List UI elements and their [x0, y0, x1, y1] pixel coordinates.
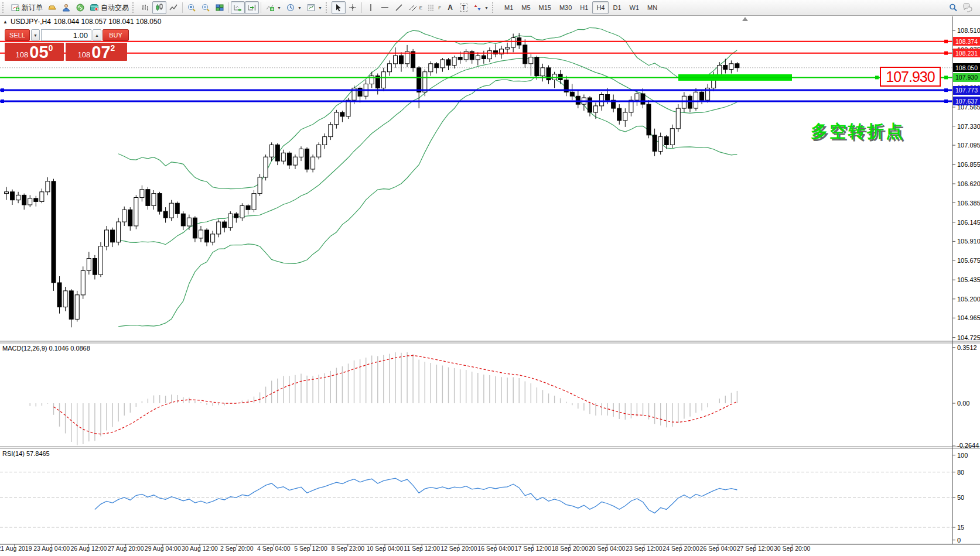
profile-button[interactable] — [59, 1, 73, 14]
gold-deposit-button[interactable] — [45, 1, 59, 14]
auto-scroll-icon — [233, 3, 243, 12]
timeframe-group: M1M5M15M30H1H4D1W1MN — [500, 1, 661, 14]
timeframe-m5[interactable]: M5 — [517, 1, 534, 14]
svg-text:15: 15 — [957, 524, 964, 531]
buy-price-pip: 2 — [111, 43, 115, 53]
buy-button[interactable]: BUY — [103, 29, 129, 41]
auto-scroll-button[interactable] — [231, 1, 245, 14]
svg-text:23 Aug 04:00: 23 Aug 04:00 — [33, 545, 70, 552]
macd-histogram — [30, 352, 737, 445]
sell-price-main: 05 — [29, 44, 48, 60]
periods-button[interactable]: ▼ — [284, 1, 304, 14]
svg-text:108.510: 108.510 — [957, 27, 980, 34]
trendline-button[interactable] — [392, 1, 406, 14]
svg-text:24 Sep 20:00: 24 Sep 20:00 — [663, 545, 699, 552]
new-order-icon — [11, 3, 20, 12]
channel-letter: E — [419, 5, 422, 11]
zoom-out-button[interactable] — [199, 1, 213, 14]
chart-canvas[interactable]: 108.510108.275107.800107.565107.330107.0… — [0, 0, 980, 556]
svg-text:80: 80 — [957, 469, 964, 476]
arrows-icon — [473, 3, 482, 12]
cursor-button[interactable] — [332, 1, 346, 14]
templates-button[interactable]: ▼ — [304, 1, 325, 14]
text-label-button[interactable]: T — [457, 1, 470, 14]
timeframe-h1[interactable]: H1 — [576, 1, 592, 14]
level-handle — [944, 75, 948, 79]
svg-text:17 Sep 12:00: 17 Sep 12:00 — [515, 545, 552, 552]
cursor-icon — [334, 3, 343, 12]
community-button[interactable] — [960, 1, 975, 14]
volume-decrease-button[interactable]: ▼ — [31, 29, 40, 41]
timeframe-mn[interactable]: MN — [643, 1, 661, 14]
chart-annotation-text[interactable]: 多空转折点 — [811, 120, 904, 143]
timeframe-m1[interactable]: M1 — [500, 1, 517, 14]
macd-signal-value: 0.0868 — [70, 345, 90, 352]
autotrading-icon — [90, 3, 99, 12]
one-click-trade-panel: SELL ▼ ▲ BUY 108 05 0 108 07 2 — [5, 29, 129, 61]
macd-main-value: 0.1046 — [49, 345, 69, 352]
svg-text:106.145: 106.145 — [957, 219, 980, 226]
search-icon — [948, 3, 958, 12]
sell-price-box[interactable]: 108 05 0 — [5, 43, 64, 61]
buy-price-box[interactable]: 108 07 2 — [66, 43, 127, 61]
vertical-line-icon — [366, 3, 375, 12]
timeframe-m30[interactable]: M30 — [555, 1, 576, 14]
trendline-icon — [394, 3, 404, 12]
svg-text:20 Sep 04:00: 20 Sep 04:00 — [589, 545, 626, 552]
svg-text:18 Sep 20:00: 18 Sep 20:00 — [552, 545, 589, 552]
svg-text:50: 50 — [957, 494, 964, 501]
macd-indicator-label: MACD(12,26,9) 0.1046 0.0868 — [2, 345, 90, 352]
toolbar-grip — [132, 2, 136, 13]
text-button[interactable]: A — [443, 1, 457, 14]
chart-shift-marker[interactable] — [742, 17, 748, 21]
indicators-button[interactable]: ▼ — [263, 1, 284, 14]
timeframe-d1[interactable]: D1 — [609, 1, 625, 14]
svg-text:106.855: 106.855 — [957, 161, 980, 168]
candlestick-chart-icon — [155, 3, 164, 12]
text-tool-icon: A — [448, 4, 453, 12]
crosshair-button[interactable] — [346, 1, 360, 14]
mt4-window: 108.510108.275107.800107.565107.330107.0… — [0, 0, 980, 556]
timeframe-m15[interactable]: M15 — [535, 1, 555, 14]
level-handle — [875, 75, 879, 79]
volume-increase-button[interactable]: ▲ — [93, 29, 101, 41]
bollinger-lower — [118, 75, 737, 327]
search-button[interactable] — [946, 1, 960, 14]
sell-button[interactable]: SELL — [5, 29, 30, 41]
new-order-button[interactable]: 新订单 — [8, 1, 45, 14]
fibonacci-button[interactable]: F — [425, 1, 443, 14]
svg-text:29 Aug 04:00: 29 Aug 04:00 — [145, 545, 181, 552]
toolbar-grip — [2, 2, 6, 13]
volume-input[interactable] — [41, 29, 91, 41]
svg-text:106.620: 106.620 — [957, 180, 980, 187]
collapse-trade-panel-icon[interactable]: ▲ — [3, 19, 8, 25]
autotrading-label: 自动交易 — [101, 3, 129, 13]
horizontal-line-button[interactable] — [378, 1, 392, 14]
toolbar-right-group — [946, 1, 975, 14]
text-label-icon: T — [460, 4, 467, 12]
svg-text:10 Sep 04:00: 10 Sep 04:00 — [367, 545, 404, 552]
new-order-label: 新订单 — [22, 3, 43, 13]
tile-windows-button[interactable] — [213, 1, 227, 14]
broadcast-button[interactable] — [73, 1, 87, 14]
autotrading-button[interactable]: 自动交易 — [87, 1, 131, 14]
bar-chart-button[interactable] — [138, 1, 152, 14]
candlestick-chart-button[interactable] — [152, 1, 166, 14]
equidistant-channel-button[interactable]: E — [406, 1, 425, 14]
level-lines[interactable] — [0, 40, 952, 103]
svg-text:30 Sep 20:00: 30 Sep 20:00 — [774, 545, 811, 552]
template-icon — [306, 3, 316, 12]
vertical-line-button[interactable] — [364, 1, 378, 14]
zoom-in-button[interactable] — [185, 1, 199, 14]
svg-text:27 Aug 20:00: 27 Aug 20:00 — [108, 545, 144, 552]
price-flag-label[interactable]: 107.930 — [880, 67, 941, 87]
chart-shift-button[interactable] — [245, 1, 259, 14]
channel-icon — [408, 3, 418, 12]
bar-chart-icon — [141, 3, 150, 12]
arrows-button[interactable]: ▼ — [470, 1, 491, 14]
main-toolbar: 新订单 自动交易 ▼ ▼ ▼ E F A T ▼ — [0, 0, 980, 16]
timeframe-w1[interactable]: W1 — [626, 1, 644, 14]
line-chart-button[interactable] — [166, 1, 180, 14]
timeframe-h4[interactable]: H4 — [592, 1, 609, 14]
level-handle — [944, 52, 948, 55]
